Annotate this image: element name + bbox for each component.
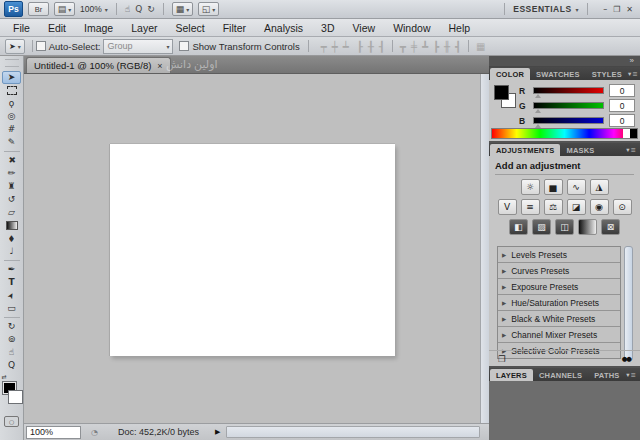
red-value-input[interactable]: 0 bbox=[609, 84, 635, 97]
spot-healing-tool[interactable]: ✚ bbox=[2, 154, 21, 167]
disclosure-triangle-icon[interactable]: ▶ bbox=[502, 300, 506, 306]
marquee-tool[interactable] bbox=[2, 84, 21, 97]
list-item[interactable]: ▶Exposure Presets bbox=[498, 279, 620, 295]
document-tab[interactable]: Untitled-1 @ 100% (RGB/8) × bbox=[26, 57, 171, 73]
gradient-tool[interactable] bbox=[2, 219, 21, 232]
pen-tool[interactable]: ✒ bbox=[2, 263, 21, 276]
menu-view[interactable]: View bbox=[344, 22, 385, 34]
menu-image[interactable]: Image bbox=[75, 22, 122, 34]
tab-layers[interactable]: LAYERS bbox=[490, 369, 533, 381]
rectangle-tool[interactable]: ▭ bbox=[2, 302, 21, 315]
eyedropper-tool[interactable]: ✎ bbox=[2, 136, 21, 149]
tab-swatches[interactable]: SWATCHES bbox=[530, 68, 586, 80]
align-bottom-icon[interactable]: ┷ bbox=[343, 41, 349, 52]
quick-selection-tool[interactable]: ◎ bbox=[2, 110, 21, 123]
hand-tool[interactable]: ☝ bbox=[2, 346, 21, 359]
brush-tool[interactable]: ✏ bbox=[2, 167, 21, 180]
view-extras-button[interactable]: ▤ ▾ bbox=[54, 2, 75, 16]
background-color-swatch[interactable] bbox=[8, 390, 23, 404]
tab-color[interactable]: COLOR bbox=[490, 68, 530, 80]
vibrance-icon[interactable]: V bbox=[498, 199, 517, 215]
switch-panel-view-icon[interactable]: ❐ bbox=[498, 354, 506, 364]
brightness-contrast-icon[interactable]: ☼ bbox=[521, 179, 540, 195]
menu-edit[interactable]: Edit bbox=[39, 22, 75, 34]
auto-align-layers-icon[interactable]: ▦ bbox=[476, 41, 485, 52]
status-menu-arrow-icon[interactable]: ▶ bbox=[215, 428, 220, 436]
collapse-panels-icon[interactable]: » bbox=[630, 57, 634, 65]
canvas[interactable] bbox=[110, 144, 395, 356]
menu-3d[interactable]: 3D bbox=[312, 22, 343, 34]
horizontal-scrollbar[interactable] bbox=[226, 426, 480, 438]
color-spectrum-ramp[interactable] bbox=[491, 128, 638, 139]
tool-preset-picker[interactable]: ➤ ▾ bbox=[5, 39, 25, 54]
hue-saturation-icon[interactable]: ≡ bbox=[521, 199, 540, 215]
tab-styles[interactable]: STYLES bbox=[586, 68, 628, 80]
threshold-icon[interactable]: ◫ bbox=[555, 219, 574, 235]
list-item[interactable]: ▶Levels Presets bbox=[498, 247, 620, 263]
blur-tool[interactable]: ◆ bbox=[2, 232, 21, 245]
spectrum-black-swatch[interactable] bbox=[630, 129, 637, 138]
posterize-icon[interactable]: ▨ bbox=[532, 219, 551, 235]
type-tool[interactable]: T bbox=[2, 276, 21, 289]
distribute-vcenter-icon[interactable]: ╪ bbox=[411, 41, 417, 52]
photo-filter-icon[interactable]: ◉ bbox=[590, 199, 609, 215]
panel-menu-icon[interactable]: ▾≡ bbox=[626, 371, 640, 381]
levels-icon[interactable]: ▅ bbox=[544, 179, 563, 195]
blue-value-input[interactable]: 0 bbox=[609, 114, 635, 127]
crop-tool[interactable]: # bbox=[2, 123, 21, 136]
disclosure-triangle-icon[interactable]: ▶ bbox=[502, 316, 506, 322]
presets-scrollbar[interactable] bbox=[624, 246, 633, 361]
auto-select-checkbox[interactable] bbox=[36, 41, 46, 51]
green-slider[interactable] bbox=[533, 102, 604, 109]
menu-layer[interactable]: Layer bbox=[122, 22, 166, 34]
align-left-icon[interactable]: ┠ bbox=[357, 41, 363, 52]
minimize-button[interactable]: – bbox=[603, 5, 607, 14]
hand-tool-icon[interactable]: ☝ bbox=[125, 4, 130, 14]
3d-orbit-tool[interactable]: ⊚ bbox=[2, 333, 21, 346]
arrange-documents-button[interactable]: ▦ ▾ bbox=[172, 2, 193, 16]
3d-rotate-tool[interactable]: ↻ bbox=[2, 320, 21, 333]
list-item[interactable]: ▶Curves Presets bbox=[498, 263, 620, 279]
screen-mode-button[interactable]: ◱ ▾ bbox=[198, 2, 219, 16]
menu-filter[interactable]: Filter bbox=[214, 22, 255, 34]
dodge-tool[interactable]: ♩ bbox=[2, 245, 21, 258]
auto-select-dropdown[interactable]: Group ▾ bbox=[103, 39, 173, 54]
clip-to-layer-icon[interactable]: ●● bbox=[622, 355, 631, 363]
show-transform-checkbox[interactable] bbox=[179, 41, 189, 51]
launch-bridge-button[interactable]: Br bbox=[28, 2, 49, 16]
swap-colors-icon[interactable]: ⇄ bbox=[2, 373, 7, 380]
history-brush-tool[interactable]: ↺ bbox=[2, 193, 21, 206]
tab-close-icon[interactable]: × bbox=[157, 61, 162, 71]
zoom-tool[interactable]: Q bbox=[2, 359, 21, 372]
disclosure-triangle-icon[interactable]: ▶ bbox=[502, 268, 506, 274]
zoom-tool-icon[interactable]: Q bbox=[135, 4, 142, 14]
clone-stamp-tool[interactable]: ♜ bbox=[2, 180, 21, 193]
lasso-tool[interactable]: ϙ bbox=[2, 97, 21, 110]
zoom-level-dropdown[interactable]: 100% ▾ bbox=[80, 4, 108, 14]
color-balance-icon[interactable]: ⚖ bbox=[544, 199, 563, 215]
menu-window[interactable]: Window bbox=[384, 22, 439, 34]
list-item[interactable]: ▶Hue/Saturation Presets bbox=[498, 295, 620, 311]
foreground-color-swatch[interactable] bbox=[494, 85, 509, 100]
tab-channels[interactable]: CHANNELS bbox=[533, 369, 588, 381]
panel-menu-icon[interactable]: ▾≡ bbox=[626, 146, 640, 156]
menu-analysis[interactable]: Analysis bbox=[255, 22, 312, 34]
status-zoom-input[interactable]: 100% bbox=[26, 426, 81, 439]
toolbox-grip[interactable] bbox=[5, 59, 19, 67]
layers-panel[interactable] bbox=[489, 381, 640, 440]
distribute-left-icon[interactable]: ┣ bbox=[433, 41, 439, 52]
gradient-map-icon[interactable] bbox=[578, 219, 597, 235]
distribute-top-icon[interactable]: ┳ bbox=[400, 41, 406, 52]
close-button[interactable]: ✕ bbox=[626, 5, 633, 14]
exposure-icon[interactable]: ◮ bbox=[590, 179, 609, 195]
align-right-icon[interactable]: ┨ bbox=[379, 41, 385, 52]
eraser-tool[interactable]: ▱ bbox=[2, 206, 21, 219]
invert-icon[interactable]: ◧ bbox=[509, 219, 528, 235]
panel-menu-icon[interactable]: ▾≡ bbox=[628, 70, 640, 80]
align-vcenter-icon[interactable]: ┿ bbox=[332, 41, 338, 52]
distribute-right-icon[interactable]: ┫ bbox=[455, 41, 461, 52]
spectrum-white-swatch[interactable] bbox=[623, 129, 630, 138]
selective-color-icon[interactable]: ⊠ bbox=[601, 219, 620, 235]
disclosure-triangle-icon[interactable]: ▶ bbox=[502, 252, 506, 258]
quick-mask-button[interactable]: ○ bbox=[4, 416, 19, 427]
